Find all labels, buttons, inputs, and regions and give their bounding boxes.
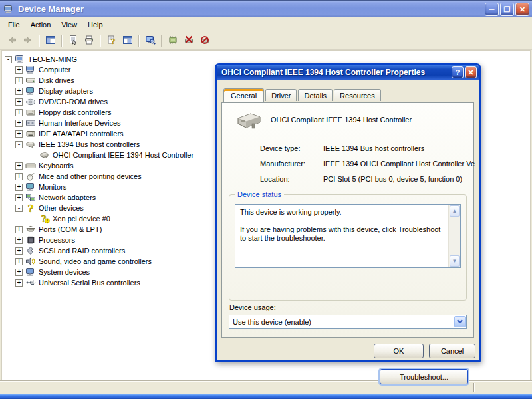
expand-icon[interactable]: + <box>15 162 23 170</box>
toolbar-scan-for-hardware-changes-button[interactable] <box>142 33 158 48</box>
expand-icon[interactable]: + <box>15 66 23 74</box>
status-paragraph: If you are having problems with this dev… <box>240 225 444 243</box>
toolbar-show-action-pane-button[interactable] <box>120 33 136 48</box>
dialog-close-button[interactable]: ✕ <box>465 66 477 78</box>
expand-icon[interactable]: + <box>15 98 23 106</box>
hid-icon <box>25 118 36 128</box>
expand-icon[interactable]: + <box>15 184 23 191</box>
tree-item-label: DVD/CD-ROM drives <box>39 98 108 106</box>
expand-icon[interactable]: + <box>15 226 23 233</box>
tree-item-label: TEO-EN-MING <box>28 55 77 63</box>
expand-icon[interactable]: + <box>15 258 23 265</box>
fw1394-icon <box>25 139 36 150</box>
expand-icon[interactable]: + <box>15 173 23 180</box>
toolbar-print-button[interactable] <box>81 33 97 48</box>
ok-button[interactable]: OK <box>374 344 424 358</box>
toolbar-forward-button[interactable] <box>20 33 36 48</box>
floppy-icon <box>25 107 36 118</box>
scroll-down-icon[interactable]: ▼ <box>450 255 460 267</box>
field-value: IEEE 1394 OHCI Compliant Host Controller… <box>323 160 475 168</box>
device-status-groupbox: Device status This device is working pro… <box>229 194 467 301</box>
minimize-button[interactable]: ─ <box>485 3 499 16</box>
device-status-textbox[interactable]: This device is working properly.If you a… <box>235 204 461 268</box>
device-manager-app-icon <box>3 4 15 15</box>
tab-driver[interactable]: Driver <box>265 89 297 101</box>
help-icon: ? <box>106 35 117 47</box>
tab-details[interactable]: Details <box>298 89 332 101</box>
device-usage-combobox[interactable]: Use this device (enable) <box>229 315 467 329</box>
tree-item-label: Xen pci device #0 <box>53 215 110 223</box>
expand-icon[interactable]: + <box>15 279 23 287</box>
expand-icon[interactable]: + <box>15 237 23 244</box>
computer-icon <box>25 267 36 277</box>
forward-icon <box>23 35 33 47</box>
toolbar-properties-button[interactable] <box>65 33 81 48</box>
toolbar-separator <box>39 35 40 47</box>
dialog-help-button[interactable]: ? <box>452 66 464 78</box>
show-hide-console-tree-icon <box>45 35 56 47</box>
properties-dialog: OHCI Compliant IEEE 1394 Host Controller… <box>215 63 481 362</box>
sound-icon <box>25 256 36 267</box>
restore-button[interactable]: ❐ <box>500 3 514 16</box>
expand-icon[interactable]: + <box>15 120 23 127</box>
tab-resources[interactable]: Resources <box>334 89 381 101</box>
toolbar-disable-device-button[interactable] <box>181 33 197 48</box>
computer-icon <box>15 54 25 65</box>
toolbar-update-driver-button[interactable] <box>165 33 181 48</box>
question-alert-icon: ? <box>39 213 50 224</box>
toolbar-help-button[interactable]: ? <box>104 33 120 48</box>
status-paragraph: This device is working properly. <box>240 208 444 217</box>
port-icon <box>25 224 36 235</box>
network-icon <box>25 192 36 203</box>
cdrom-icon <box>25 96 36 107</box>
toolbar: ? <box>0 32 532 50</box>
general-tab-page: OHCI Compliant IEEE 1394 Host Controller… <box>221 102 474 338</box>
toolbar-uninstall-device-button[interactable] <box>197 33 213 48</box>
properties-icon <box>68 35 78 47</box>
toolbar-back-button[interactable] <box>4 33 20 48</box>
tree-item-label: Universal Serial Bus controllers <box>39 279 140 287</box>
expand-icon[interactable]: + <box>15 247 23 255</box>
field-value: PCI Slot 5 (PCI bus 0, device 5, functio… <box>323 175 462 183</box>
tree-item-label: Keyboards <box>39 162 74 170</box>
keyboard-icon <box>25 160 36 171</box>
toolbar-show-hide-console-tree-button[interactable] <box>43 33 59 48</box>
chevron-down-icon[interactable] <box>454 316 466 327</box>
menu-help[interactable]: Help <box>82 19 108 31</box>
expand-icon[interactable]: + <box>15 269 23 276</box>
scroll-up-icon[interactable]: ▲ <box>450 205 460 217</box>
troubleshoot-button[interactable]: Troubleshoot... <box>380 369 468 384</box>
tree-item-label: IDE ATA/ATAPI controllers <box>39 130 124 138</box>
collapse-icon[interactable]: - <box>15 141 23 148</box>
expand-icon[interactable]: + <box>15 130 23 138</box>
expand-icon[interactable]: + <box>15 88 23 95</box>
scrollbar[interactable]: ▲ ▼ <box>448 205 460 267</box>
expand-icon[interactable]: + <box>15 77 23 84</box>
scsi-icon <box>25 245 36 256</box>
window-titlebar: Device Manager ─ ❐ ✕ <box>0 0 532 17</box>
field-label: Manufacturer: <box>260 160 305 168</box>
expand-icon[interactable]: + <box>15 109 23 116</box>
menu-action[interactable]: Action <box>25 19 57 31</box>
tab-general[interactable]: General <box>223 88 264 102</box>
collapse-icon[interactable]: - <box>15 205 23 212</box>
tree-item-label: Network adapters <box>39 194 96 201</box>
display-icon <box>25 182 36 192</box>
device-usage-value: Use this device (enable) <box>233 318 311 326</box>
svg-text:?: ? <box>28 203 34 213</box>
toolbar-separator <box>161 35 162 47</box>
show-action-pane-icon <box>122 35 133 47</box>
menu-file[interactable]: File <box>3 19 25 31</box>
device-status-text: This device is working properly.If you a… <box>240 208 444 251</box>
menu-view[interactable]: View <box>56 19 82 31</box>
expand-icon[interactable]: + <box>15 194 23 201</box>
close-button[interactable]: ✕ <box>515 3 529 16</box>
tree-item-label: Processors <box>39 236 75 244</box>
collapse-icon[interactable]: - <box>5 56 12 63</box>
cancel-button[interactable]: Cancel <box>429 344 475 358</box>
uninstall-device-icon <box>200 35 210 47</box>
tree-item-label: System devices <box>39 268 90 276</box>
device-status-label: Device status <box>235 190 284 198</box>
tree-item-label: Sound, video and game controllers <box>39 257 152 265</box>
tree-item-label: Floppy disk controllers <box>39 108 111 116</box>
